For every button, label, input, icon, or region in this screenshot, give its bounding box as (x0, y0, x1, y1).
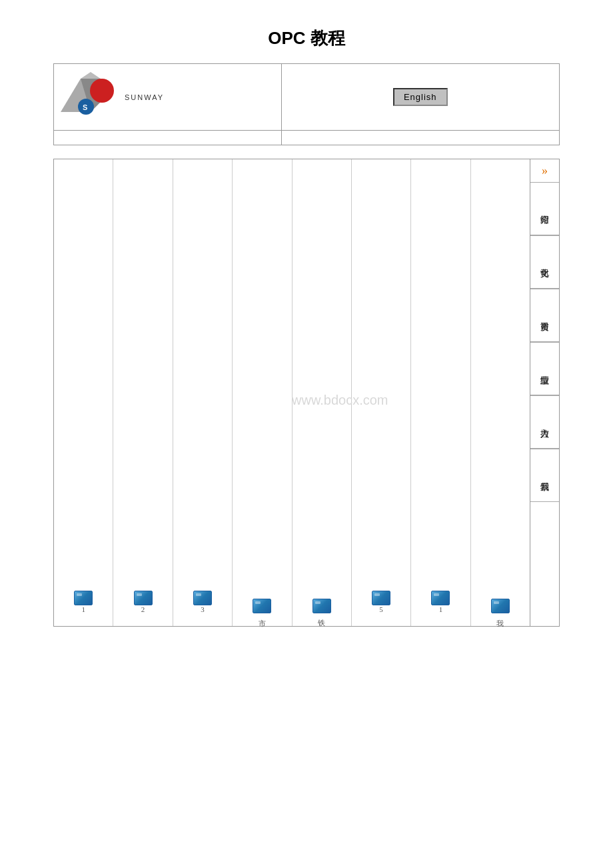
sidebar-item-perf[interactable]: 型业绩 (530, 342, 559, 395)
nav-btn-8[interactable] (491, 599, 510, 613)
lang-cell: English (281, 64, 559, 131)
header-bottom-right (281, 131, 559, 145)
nav-label-3: 3 (199, 605, 207, 613)
nav-btn-6[interactable] (372, 591, 390, 605)
nav-btn-2[interactable] (134, 591, 153, 605)
nav-label-1: 1 (79, 605, 87, 613)
nav-col-2: 2 (113, 159, 173, 626)
sidebar-item-culture[interactable]: 司文化 (530, 235, 559, 289)
nav-col-7: 1 (411, 159, 470, 626)
svg-text:S: S (83, 103, 87, 111)
nav-btn-3[interactable] (193, 591, 212, 605)
header-table: S SUNWAY English (53, 63, 560, 145)
nav-col-1: 1 (54, 159, 113, 626)
sunway-text: SUNWAY (125, 93, 164, 101)
nav-col-6: 5 (352, 159, 411, 626)
logo-cell: S SUNWAY (54, 64, 282, 131)
sidebar-item-intro[interactable]: 司介绍 (530, 182, 559, 235)
nav-label-2: 2 (139, 605, 147, 613)
main-layout: www.bdocx.com 1 2 3 市 铁 5 (53, 159, 560, 627)
nav-label-6: 5 (377, 605, 385, 613)
right-sidebar: » 司介绍 司文化 司资质 型业绩 入力控 系我们 (530, 159, 559, 626)
nav-label-7: 1 (436, 605, 444, 613)
sidebar-item-input[interactable]: 入力控 (530, 395, 559, 449)
nav-btn-7[interactable] (431, 591, 450, 605)
svg-point-4 (90, 79, 114, 103)
logo-shape-svg: S (61, 72, 121, 122)
nav-btn-5[interactable] (312, 599, 331, 613)
sidebar-item-contact[interactable]: 系我们 (530, 449, 559, 502)
english-button[interactable]: English (393, 88, 448, 106)
page-title: OPC 教程 (53, 27, 560, 50)
nav-col-5: 铁 (293, 159, 352, 626)
sunway-logo: S SUNWAY (61, 72, 275, 122)
sidebar-item-qual[interactable]: 司资质 (530, 289, 559, 342)
sidebar-arrow: » (530, 159, 559, 182)
content-columns: www.bdocx.com 1 2 3 市 铁 5 (54, 159, 530, 626)
header-bottom-left (54, 131, 282, 145)
nav-btn-4[interactable] (253, 599, 271, 613)
nav-col-8: 我 (471, 159, 530, 626)
nav-col-3: 3 (173, 159, 233, 626)
nav-btn-1[interactable] (74, 591, 93, 605)
nav-col-4: 市 (233, 159, 292, 626)
